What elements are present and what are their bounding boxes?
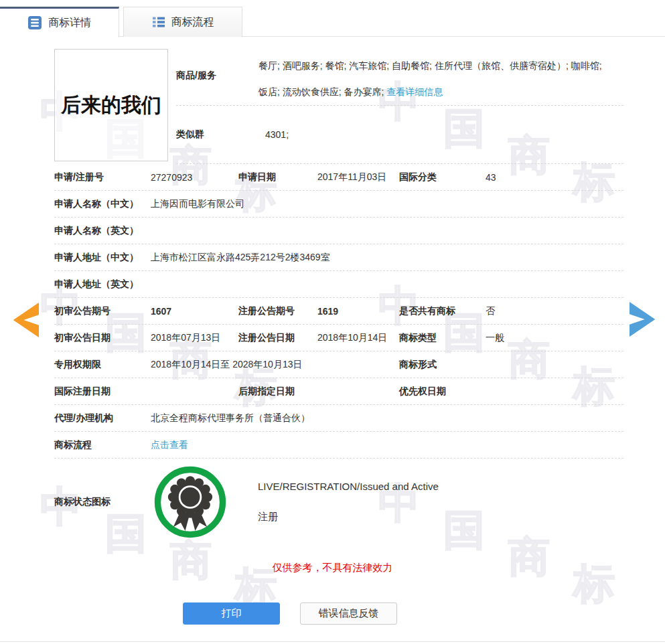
- field-label: 注册公告期号: [238, 305, 317, 317]
- trademark-image-text: 后来的我们: [61, 92, 161, 119]
- field-value: 否: [486, 305, 623, 317]
- row-applicant-address-cn: 申请人地址（中文） 上海市松江区富永路425弄212号2楼3469室: [54, 244, 623, 271]
- row-exclusive-period: 专用权期限 2018年10月14日至 2028年10月13日 商标形式: [54, 351, 623, 378]
- field-label: 优先权日期: [399, 386, 486, 398]
- field-label: 是否共有商标: [399, 305, 486, 317]
- field-label: 注册公告日期: [238, 332, 317, 344]
- footer-divider: [0, 641, 665, 642]
- field-label: 后期指定日期: [238, 386, 317, 398]
- status-text: LIVE/REGISTRATION/Issued and Active: [258, 481, 439, 492]
- field-value: 上海市松江区富永路425弄212号2楼3469室: [151, 252, 623, 264]
- row-application-number: 申请/注册号 27270923 申请日期 2017年11月03日 国际分类 43: [54, 164, 623, 191]
- field-label: 商品/服务: [176, 49, 258, 105]
- document-lines-icon: [27, 15, 42, 30]
- goods-services-value: 餐厅; 酒吧服务; 餐馆; 汽车旅馆; 自助餐馆; 住所代理（旅馆、供膳寄宿处）…: [258, 49, 603, 105]
- field-value: 43: [486, 172, 623, 183]
- field-label: 申请日期: [238, 171, 317, 183]
- row-trademark-process: 商标流程 点击查看: [54, 432, 623, 459]
- top-section: 后来的我们 商品/服务 餐厅; 酒吧服务; 餐馆; 汽车旅馆; 自助餐馆; 住所…: [54, 49, 623, 164]
- action-buttons: 打印 错误信息反馈: [183, 602, 665, 625]
- tab-trademark-details[interactable]: 商标详情: [0, 7, 119, 37]
- row-applicant-name-cn: 申请人名称（中文） 上海因而电影有限公司: [54, 191, 623, 218]
- field-label: 专用权期限: [54, 359, 151, 371]
- row-applicant-address-en: 申请人地址（英文）: [54, 271, 623, 298]
- field-label: 商标形式: [399, 359, 486, 371]
- field-label: 商标状态图标: [54, 496, 151, 508]
- tab-label: 商标详情: [48, 16, 91, 30]
- error-feedback-button[interactable]: 错误信息反馈: [300, 602, 397, 625]
- field-value: 2018年07月13日: [151, 332, 238, 344]
- field-value: 北京全程商标代理事务所（普通合伙）: [151, 412, 623, 424]
- field-value: 4301;: [258, 129, 289, 140]
- field-label: 初审公告日期: [54, 332, 151, 344]
- field-value: 27270923: [151, 172, 238, 183]
- row-international-dates: 国际注册日期 后期指定日期 优先权日期: [54, 378, 623, 405]
- field-value: 2018年10月14日: [317, 332, 399, 344]
- field-value: 2018年10月14日至 2028年10月13日: [151, 359, 399, 371]
- field-label: 商标流程: [54, 439, 151, 451]
- tab-bar: 商标详情 商标流程: [0, 7, 665, 37]
- field-label: 国际注册日期: [54, 386, 151, 398]
- row-trademark-status: 商标状态图标 LIVE/REGISTRATION/Issued and Acti…: [54, 459, 623, 546]
- row-goods-services: 商品/服务 餐厅; 酒吧服务; 餐馆; 汽车旅馆; 自助餐馆; 住所代理（旅馆、…: [176, 49, 623, 106]
- field-label: 申请人地址（英文）: [54, 278, 151, 291]
- row-gazette-numbers: 初审公告期号 1607 注册公告期号 1619 是否共有商标 否: [54, 298, 623, 325]
- trademark-image: 后来的我们: [54, 49, 168, 161]
- view-details-link[interactable]: 查看详细信息: [386, 86, 443, 97]
- previous-arrow-button[interactable]: [12, 301, 39, 339]
- field-value: 2017年11月03日: [317, 171, 399, 183]
- next-arrow-button[interactable]: [630, 300, 656, 339]
- field-label: 申请人名称（英文）: [54, 225, 151, 237]
- green-ribbon-badge-icon: [153, 465, 228, 540]
- field-label: 申请/注册号: [54, 171, 151, 183]
- field-label: 代理/办理机构: [54, 412, 151, 424]
- field-label: 申请人地址（中文）: [54, 252, 151, 264]
- field-label: 申请人名称（中文）: [54, 198, 151, 210]
- row-similar-group: 类似群 4301;: [176, 106, 623, 164]
- field-label: 商标类型: [399, 332, 486, 344]
- field-label: 初审公告期号: [54, 305, 151, 317]
- trademark-detail-panel: 后来的我们 商品/服务 餐厅; 酒吧服务; 餐馆; 汽车旅馆; 自助餐馆; 住所…: [54, 49, 623, 546]
- tab-label: 商标流程: [171, 15, 214, 29]
- field-value: 一般: [486, 332, 623, 344]
- click-to-view-link[interactable]: 点击查看: [151, 439, 188, 450]
- row-agency: 代理/办理机构 北京全程商标代理事务所（普通合伙）: [54, 405, 623, 432]
- field-value: 1607: [151, 306, 238, 317]
- list-icon: [152, 15, 165, 29]
- legal-disclaimer: 仅供参考，不具有法律效力: [0, 562, 665, 574]
- row-applicant-name-en: 申请人名称（英文）: [54, 218, 623, 244]
- field-label: 类似群: [176, 129, 258, 141]
- print-button[interactable]: 打印: [183, 602, 280, 625]
- status-text-cn: 注册: [258, 511, 439, 524]
- tab-trademark-process[interactable]: 商标流程: [123, 7, 242, 37]
- field-value: 1619: [317, 306, 399, 317]
- row-gazette-dates: 初审公告日期 2018年07月13日 注册公告日期 2018年10月14日 商标…: [54, 325, 623, 351]
- field-value: 上海因而电影有限公司: [151, 198, 623, 210]
- field-label: 国际分类: [399, 171, 486, 183]
